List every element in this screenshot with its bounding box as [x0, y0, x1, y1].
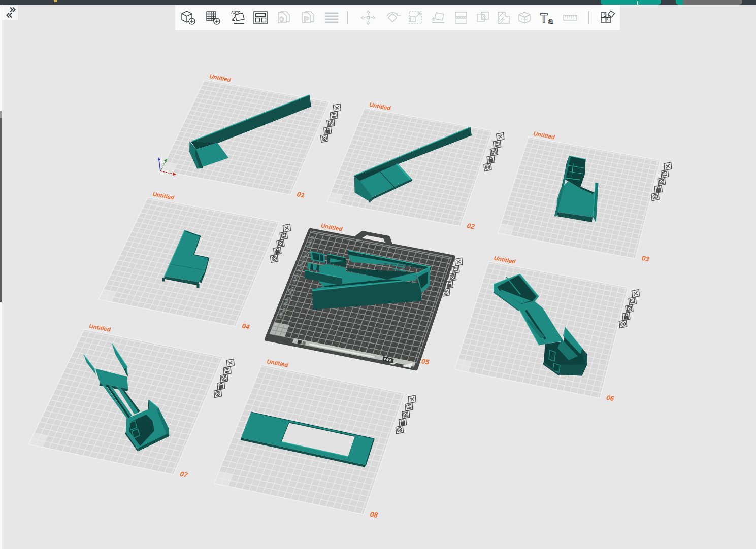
svg-text:0: 0 — [280, 15, 284, 23]
svg-text:04: 04 — [241, 322, 250, 331]
svg-text:08: 08 — [370, 510, 379, 520]
svg-text:P: P — [304, 15, 309, 23]
svg-text:02: 02 — [466, 222, 475, 231]
svg-text:01: 01 — [297, 190, 306, 199]
svg-text:03: 03 — [641, 254, 650, 263]
svg-text:06: 06 — [606, 394, 615, 403]
svg-text:AUTO: AUTO — [231, 11, 240, 14]
svg-text:T: T — [540, 11, 548, 25]
svg-text:a: a — [548, 17, 553, 25]
svg-text:07: 07 — [179, 470, 189, 479]
svg-text:05: 05 — [421, 357, 430, 366]
